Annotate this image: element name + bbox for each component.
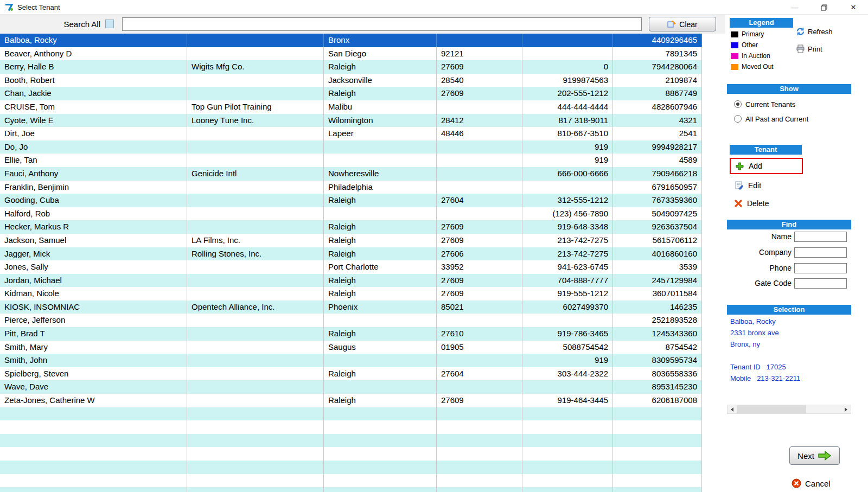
next-label: Next bbox=[797, 451, 814, 461]
table-row-empty[interactable] bbox=[0, 434, 702, 448]
table-row[interactable]: Berry, Halle BWigits Mfg Co.Raleigh27609… bbox=[0, 60, 702, 74]
table-row-empty[interactable] bbox=[0, 420, 702, 434]
table-row-empty[interactable] bbox=[0, 461, 702, 474]
cell-city: Raleigh bbox=[324, 327, 437, 341]
table-row[interactable]: Balboa, RockyBronx4409296465 bbox=[0, 34, 702, 47]
delete-tenant-button[interactable]: Delete bbox=[730, 196, 803, 211]
table-row[interactable]: Do, Jo9199994928217 bbox=[0, 140, 702, 154]
edit-tenant-button[interactable]: Edit bbox=[730, 178, 803, 193]
refresh-button[interactable]: Refresh bbox=[796, 25, 833, 37]
cell-city: Raleigh bbox=[324, 274, 437, 287]
cell-name: Ellie, Tan bbox=[0, 154, 187, 167]
cell-code: 7909466218 bbox=[613, 167, 702, 181]
table-row[interactable]: Gooding, CubaRaleigh27604312-555-1212767… bbox=[0, 194, 702, 207]
table-row[interactable]: Jackson, SamuelLA Films, Inc.Raleigh2760… bbox=[0, 234, 702, 247]
cell-zip bbox=[437, 34, 522, 47]
add-tenant-button[interactable]: Add bbox=[730, 158, 803, 174]
radio-all-past-and-current[interactable]: All Past and Current bbox=[734, 113, 808, 124]
table-row[interactable]: Chan, JackieRaleigh27609202-555-12128867… bbox=[0, 87, 702, 100]
table-row[interactable]: Dirt, JoeLapeer48446810-667-35102541 bbox=[0, 127, 702, 140]
search-checkbox[interactable] bbox=[105, 20, 114, 28]
cell-company bbox=[187, 354, 324, 367]
table-row[interactable]: Pitt, Brad TRaleigh27610919-786-34651245… bbox=[0, 327, 702, 341]
cell-city: Saugus bbox=[324, 341, 437, 354]
radio-current-tenants[interactable]: Current Tenants bbox=[734, 99, 795, 110]
cell-phone: 919-786-3465 bbox=[522, 327, 613, 341]
selection-tenant-id: Tenant ID 17025 bbox=[730, 363, 786, 371]
legend-item-label: Other bbox=[742, 41, 758, 49]
cell-company: Looney Tune Inc. bbox=[187, 114, 324, 127]
find-phone-input[interactable] bbox=[794, 263, 847, 273]
cell-code bbox=[613, 487, 702, 492]
tenant-header: Tenant bbox=[730, 145, 802, 155]
table-row[interactable]: Halford, Rob(123) 456-78905049097425 bbox=[0, 207, 702, 221]
table-row[interactable]: Wave, Dave8953145230 bbox=[0, 380, 702, 394]
scroll-right-button[interactable] bbox=[841, 405, 851, 413]
legend-items: PrimaryOtherIn AuctionMoved Out bbox=[731, 29, 774, 72]
cell-phone: 213-742-7275 bbox=[522, 234, 613, 247]
print-button[interactable]: Print bbox=[796, 43, 822, 55]
next-button[interactable]: Next bbox=[789, 446, 840, 465]
cell-name: Jordan, Michael bbox=[0, 274, 187, 287]
horizontal-scrollbar[interactable] bbox=[727, 405, 851, 414]
table-row[interactable]: Beaver, Anthony DSan Diego921217891345 bbox=[0, 47, 702, 61]
table-row-empty[interactable] bbox=[0, 407, 702, 421]
table-row[interactable]: Cyote, Wile ELooney Tune Inc.Wilomington… bbox=[0, 114, 702, 127]
cell-city bbox=[324, 207, 437, 221]
cell-company bbox=[187, 127, 324, 140]
cell-name: CRUISE, Tom bbox=[0, 100, 187, 114]
table-row[interactable]: CRUISE, TomTop Gun Pilot TrainingMalibu4… bbox=[0, 100, 702, 114]
title-bar: Select Tenant — ✕ bbox=[0, 0, 868, 15]
table-row[interactable]: Jagger, MickRolling Stones, Inc.Raleigh2… bbox=[0, 247, 702, 261]
cell-phone: 9199874563 bbox=[522, 74, 613, 87]
cell-zip bbox=[437, 354, 522, 367]
cell-name bbox=[0, 474, 187, 488]
table-row[interactable]: Jones, SallyPort Charlotte33952941-623-6… bbox=[0, 260, 702, 274]
search-input[interactable] bbox=[122, 17, 642, 31]
cell-code: 6791650957 bbox=[613, 181, 702, 194]
table-row[interactable]: Fauci, AnthonyGenicide IntlNowheresville… bbox=[0, 167, 702, 181]
edit-icon bbox=[735, 181, 743, 190]
cell-city bbox=[324, 487, 437, 492]
table-row[interactable]: Smith, John9198309595734 bbox=[0, 354, 702, 367]
close-button[interactable]: ✕ bbox=[839, 0, 868, 15]
table-row-empty[interactable] bbox=[0, 447, 702, 461]
cell-city bbox=[324, 461, 437, 474]
cell-zip bbox=[437, 154, 522, 167]
table-row[interactable]: Smith, MarySaugus0190550887545428754542 bbox=[0, 341, 702, 354]
cell-city bbox=[324, 447, 437, 461]
table-row[interactable]: Booth, RobertJacksonville285409199874563… bbox=[0, 74, 702, 87]
restore-button[interactable] bbox=[809, 0, 839, 15]
scroll-left-button[interactable] bbox=[727, 405, 737, 413]
table-row[interactable]: Spielberg, StevenRaleigh27604303-444-232… bbox=[0, 367, 702, 381]
cancel-button[interactable]: Cancel bbox=[789, 471, 846, 492]
cell-city: Raleigh bbox=[324, 394, 437, 407]
cell-code: 3539 bbox=[613, 260, 702, 274]
table-row[interactable]: Franklin, BenjiminPhiladelphia6791650957 bbox=[0, 181, 702, 194]
cell-company: Top Gun Pilot Training bbox=[187, 100, 324, 114]
cell-phone: 213-742-7275 bbox=[522, 247, 613, 261]
find-name-input[interactable] bbox=[794, 232, 847, 242]
cell-zip: 33952 bbox=[437, 260, 522, 274]
cell-zip: 48446 bbox=[437, 127, 522, 140]
cell-city: Raleigh bbox=[324, 234, 437, 247]
cell-city: Philadelphia bbox=[324, 181, 437, 194]
table-row[interactable]: Kidman, NicoleRaleigh27609919-555-121236… bbox=[0, 287, 702, 301]
cell-phone: 919-464-3445 bbox=[522, 394, 613, 407]
scrollbar-thumb[interactable] bbox=[737, 405, 806, 413]
clear-button[interactable]: Clear bbox=[649, 17, 716, 31]
cell-name: Chan, Jackie bbox=[0, 87, 187, 100]
minimize-button[interactable]: — bbox=[780, 0, 809, 15]
find-company-input[interactable] bbox=[794, 247, 847, 258]
table-row[interactable]: KIOSK, INSOMNIACOpentech Alliance, Inc.P… bbox=[0, 301, 702, 314]
table-row[interactable]: Hecker, Markus RRaleigh27609919-648-3348… bbox=[0, 220, 702, 234]
table-row-empty[interactable] bbox=[0, 487, 702, 492]
table-row[interactable]: Pierce, Jefferson2521893528 bbox=[0, 314, 702, 327]
cell-zip bbox=[437, 474, 522, 488]
table-row[interactable]: Zeta-Jones, Catherine WRaleigh27609919-4… bbox=[0, 394, 702, 407]
table-row[interactable]: Ellie, Tan9194589 bbox=[0, 154, 702, 167]
table-row-empty[interactable] bbox=[0, 474, 702, 488]
legend-color-chip bbox=[731, 64, 738, 70]
find-gate-code-input[interactable] bbox=[794, 278, 847, 289]
table-row[interactable]: Jordan, MichaelRaleigh27609704-888-77772… bbox=[0, 274, 702, 287]
